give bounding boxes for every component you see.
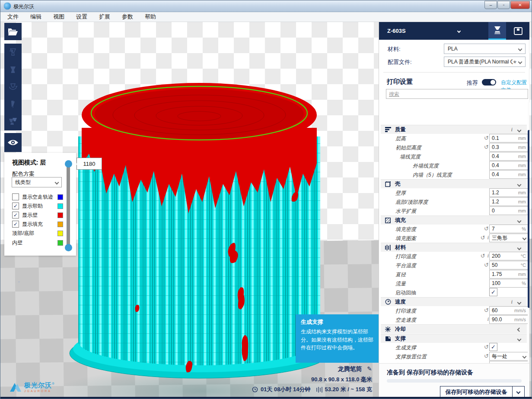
layer-slider-track[interactable]	[67, 164, 70, 248]
reset-icon[interactable]: ↺	[484, 307, 489, 314]
save-options-arrow[interactable]	[512, 386, 524, 397]
setting-row: 平台温度 ↺ 50°C	[381, 261, 527, 270]
close-button[interactable]: ✕	[510, 1, 530, 9]
option-show-helpers[interactable]: ✓ 显示帮助	[12, 202, 43, 210]
menu-view[interactable]: 视图	[53, 13, 64, 21]
setting-input[interactable]: 50°C	[489, 261, 529, 269]
settings-mode-toggle[interactable]	[482, 79, 496, 86]
option-show-infill[interactable]: ✓ 显示填充	[12, 220, 43, 228]
open-file-button[interactable]	[4, 23, 22, 40]
material-select[interactable]: PLA	[444, 44, 526, 54]
window-bottom-border	[0, 397, 532, 399]
setting-input[interactable]: 100%	[489, 279, 529, 288]
setting-input[interactable]: 0.4mm	[489, 161, 529, 170]
reset-icon[interactable]: ↺	[484, 135, 489, 141]
tool-mirror-button[interactable]	[4, 95, 22, 113]
setting-checkbox[interactable]: ✓	[489, 288, 497, 296]
menu-extensions[interactable]: 扩展	[99, 13, 110, 21]
section-infill[interactable]: 填充	[381, 215, 527, 225]
setting-input[interactable]: 1.2mm	[489, 188, 529, 197]
menu-edit[interactable]: 编辑	[30, 13, 41, 21]
profile-label: 配置文件:	[388, 58, 412, 66]
menu-parameters[interactable]: 参数	[122, 13, 133, 21]
printer-select[interactable]: Z-603S	[387, 28, 406, 34]
search-input[interactable]	[386, 89, 528, 99]
maximize-button[interactable]: ▫	[497, 1, 510, 9]
brand-logo-icon	[9, 381, 22, 393]
prepare-tab[interactable]	[488, 22, 506, 40]
setting-row: 水平扩展 0mm	[381, 206, 527, 215]
setting-input[interactable]: 0.3mm	[489, 143, 529, 152]
setting-input[interactable]: 7%	[489, 225, 529, 233]
setting-row: 支撑放置位置 ↺ 每一处	[381, 352, 527, 361]
menu-help[interactable]: 帮助	[145, 13, 156, 21]
material-usage: 53.20 米 / ~ 158 克	[325, 386, 372, 393]
setting-input[interactable]: 1.75mm	[489, 270, 529, 279]
section-speed[interactable]: 速度 i	[381, 297, 527, 306]
section-material[interactable]: 材料	[381, 243, 527, 252]
menu-settings[interactable]: 设置	[76, 13, 87, 21]
setting-input[interactable]: 0.4mm	[489, 152, 529, 161]
reset-icon[interactable]: ↺	[484, 262, 489, 268]
minimize-button[interactable]: –	[484, 1, 497, 9]
legend-inner-wall: 内壁	[12, 238, 22, 247]
color-scheme-select[interactable]: 线类型	[12, 177, 62, 187]
section-shell[interactable]: 壳	[381, 179, 527, 188]
setting-select[interactable]: 三角形	[489, 234, 529, 242]
section-quality[interactable]: 质量 i	[381, 125, 527, 134]
setting-input[interactable]: 0.1mm	[489, 134, 529, 142]
save-to-removable-button[interactable]: 保存到可移动的存储设备	[440, 386, 525, 398]
setting-checkbox[interactable]: ✓	[489, 343, 497, 351]
reset-icon[interactable]: ↺	[484, 353, 489, 359]
setting-input[interactable]: 0.4mm	[489, 170, 529, 179]
reset-icon[interactable]: ↺	[481, 234, 485, 241]
monitor-frame-icon	[513, 26, 523, 36]
setting-row: 外墙线宽度 0.4mm	[381, 161, 527, 170]
setting-select[interactable]: 每一处	[489, 352, 529, 361]
material-bars-icon	[385, 244, 391, 251]
menu-bar: 文件 编辑 视图 设置 扩展 参数 帮助	[0, 12, 532, 22]
menu-file[interactable]: 文件	[7, 13, 19, 21]
tool-rotate-button[interactable]	[4, 78, 22, 95]
reset-icon[interactable]: ↺	[484, 225, 489, 232]
monitor-tab[interactable]	[509, 22, 527, 40]
color-swatch	[57, 222, 63, 227]
layer-slider-upper-handle[interactable]	[65, 160, 72, 168]
checkbox[interactable]	[12, 193, 19, 200]
setting-input[interactable]: 1.2mm	[489, 197, 529, 206]
layer-slider-lower-handle[interactable]	[65, 244, 72, 251]
chevron-down-icon	[457, 29, 460, 32]
view-options-button[interactable]: ⌄	[4, 133, 22, 152]
reset-icon[interactable]: ↺	[484, 344, 489, 350]
model-name: 龙腾笔筒	[338, 365, 362, 372]
setting-row: 空走速度 i 90.0mm/s	[381, 315, 527, 324]
setting-input[interactable]: 60mm/s	[489, 306, 529, 315]
color-swatch	[57, 231, 63, 236]
title-bar: 极光尔沃 – ▫ ✕	[0, 0, 532, 12]
layer-number-callout: 1180	[76, 158, 102, 170]
setting-row: 内墙（5）线宽度 0.4mm	[381, 170, 527, 179]
rename-pencil-icon[interactable]: ✎	[367, 365, 372, 372]
setting-input[interactable]: 0mm	[489, 206, 529, 215]
option-show-shell[interactable]: ✓ 显示壁	[12, 211, 38, 219]
tool-scale-button[interactable]	[4, 61, 22, 78]
setting-input[interactable]: 200°C	[489, 252, 529, 260]
profile-select[interactable]: PLA 普通质量(PLA Normal Qua ★	[444, 57, 526, 67]
recommended-label: 推荐	[467, 79, 478, 87]
settings-scrollbar[interactable]	[528, 102, 529, 383]
tool-per-model-settings-button[interactable]	[4, 113, 22, 130]
application-window: 极光尔沃 – ▫ ✕ 文件 编辑 视图 设置 扩展 参数 帮助	[0, 0, 532, 399]
checkbox[interactable]: ✓	[12, 212, 19, 218]
reset-icon[interactable]: ↺	[481, 253, 485, 259]
checkbox[interactable]: ✓	[12, 203, 19, 209]
scrollbar-thumb[interactable]	[528, 130, 529, 308]
section-cooling[interactable]: 冷却	[381, 324, 527, 333]
setting-input[interactable]: 90.0mm/s	[489, 315, 529, 324]
tool-move-button[interactable]	[4, 44, 22, 61]
ready-status-text: 准备到 保存到可移动的存储设备	[387, 369, 473, 377]
option-show-travels[interactable]: 显示空走轨迹	[12, 193, 53, 201]
checkbox[interactable]: ✓	[12, 221, 19, 228]
section-support[interactable]: 支撑	[381, 334, 527, 343]
reset-icon[interactable]: ↺	[484, 144, 489, 150]
chevron-down-icon	[518, 60, 522, 64]
